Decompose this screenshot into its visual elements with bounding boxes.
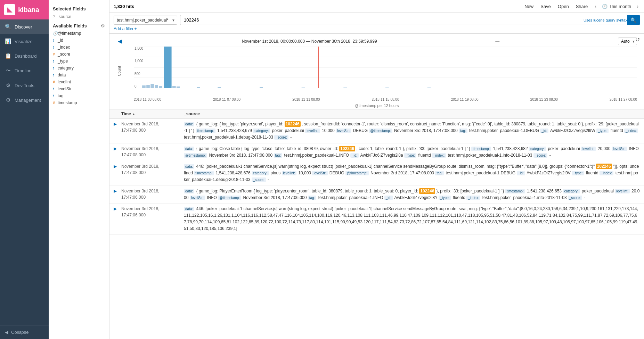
search-hint: Uses lucene query syntax [584, 18, 627, 22]
sidebar-item-devtools[interactable]: ⚙ Dev Tools [0, 78, 49, 93]
row-expand-button[interactable]: ▶ [114, 206, 121, 211]
row-source: data: 446: [poker_paodekuai-1 channelSer… [184, 163, 640, 183]
row-time: November 3rd 2018, 17:47:08.000 [121, 163, 184, 176]
top-bar-actions: New Save Open Share ‹ 🕐 This month › [523, 3, 640, 10]
field-levelint[interactable]: # levelInt [49, 78, 109, 85]
data-field-name: data [58, 73, 66, 77]
row-expand-button[interactable]: ▶ [114, 189, 121, 193]
sidebar-item-dashboard-label: Dashboard [15, 53, 37, 59]
timestamp-num-type-icon: # [53, 101, 56, 105]
field-category[interactable]: t category [49, 65, 109, 72]
source-col-header: _source [184, 111, 640, 116]
available-fields-title: Available Fields [53, 23, 87, 28]
share-button[interactable]: Share [574, 3, 589, 10]
add-filter-row: Add a filter + [114, 25, 640, 33]
chart-nav-left[interactable]: ◀ [116, 37, 123, 45]
field-tag[interactable]: t tag [49, 92, 109, 99]
table-row: ▶ November 3rd 2018, 17:47:08.000 data: … [109, 119, 644, 143]
field-timestamp-num[interactable]: # timestamp [49, 99, 109, 106]
logo[interactable]: kibana [0, 0, 49, 19]
index-selector[interactable]: test.hnmj.poker_paodekuai* [114, 16, 177, 25]
hits-count-inline: 1,830 hits [114, 4, 134, 9]
date-range-label: November 1st 2018, 00:00:00.000 — Novemb… [242, 39, 377, 44]
sidebar-item-timelion[interactable]: 〜 Timelion [0, 63, 49, 78]
time-col-header[interactable]: Time ▲ [121, 111, 184, 116]
svg-rect-19 [427, 88, 431, 88]
tag-field-name: tag [58, 93, 64, 98]
interval-selector[interactable]: Auto [618, 38, 637, 45]
row-time: November 3rd 2018, 17:47:08.000 [121, 146, 184, 158]
svg-rect-17 [343, 88, 347, 88]
id-field-name: _id [58, 38, 63, 43]
id-type-icon: t [53, 39, 56, 42]
field-timestamp[interactable]: 🕐 @timestamp [49, 30, 109, 37]
new-button[interactable]: New [523, 3, 535, 10]
timestamp-num-field-name: timestamp [58, 100, 77, 105]
row-expand-button[interactable]: ▶ [114, 164, 121, 169]
source-field[interactable]: ? _source [49, 13, 109, 20]
sidebar-item-management[interactable]: ⚙ Management [0, 93, 49, 107]
dashboard-icon: 📋 [5, 53, 11, 59]
data-type-icon: t [53, 73, 56, 77]
levelstr-type-icon: t [53, 87, 56, 91]
row-expand-button[interactable]: ▶ [114, 122, 121, 126]
collapse-button[interactable]: ◀ Collapse [0, 325, 49, 339]
field-score[interactable]: # _score [49, 51, 109, 58]
time-nav-right[interactable]: › [635, 3, 640, 10]
svg-rect-14 [218, 87, 221, 88]
type-field-name: _type [58, 59, 68, 64]
timestamp-field-name: @timestamp [58, 31, 81, 36]
chart-refresh-icon[interactable]: ↺ [635, 36, 640, 43]
field-id[interactable]: t _id [49, 37, 109, 44]
tag-type-icon: t [53, 94, 56, 98]
field-data[interactable]: t data [49, 72, 109, 78]
add-filter-button[interactable]: Add a filter + [114, 26, 137, 31]
row-time: November 3rd 2018, 17:47:06.000 [121, 206, 184, 218]
row-source: data: { game_log: PlayerEnterRoom { log_… [184, 188, 640, 201]
add-filter-plus-icon: + [134, 26, 137, 31]
main-content: 1,830 hits New Save Open Share ‹ 🕐 This … [109, 0, 644, 339]
row-expand-button[interactable]: ▶ [114, 146, 121, 151]
row-time: November 3rd 2018, 17:47:06.000 [121, 188, 184, 200]
sidebar-item-timelion-label: Timelion [15, 68, 32, 73]
field-levelstr[interactable]: t levelStr [49, 85, 109, 92]
open-button[interactable]: Open [556, 3, 570, 10]
category-type-icon: t [53, 66, 56, 70]
search-button[interactable]: 🔍 [627, 15, 640, 25]
chart-visualization: 1,500 1,000 500 0 Count [127, 47, 637, 95]
field-type-field[interactable]: t _type [49, 58, 109, 65]
sidebar-item-management-label: Management [15, 98, 41, 103]
save-button[interactable]: Save [539, 3, 552, 10]
source-field-type: ? [53, 15, 55, 19]
search-input[interactable] [180, 15, 640, 25]
x-label-6: 2018-11-27 08:00 [610, 98, 637, 101]
levelint-type-icon: # [53, 80, 56, 84]
svg-rect-11 [172, 86, 176, 88]
add-filter-label: Add a filter [114, 26, 133, 31]
discover-icon: 🔍 [5, 24, 11, 30]
available-fields-header: Available Fields ⚙ [49, 20, 109, 30]
svg-rect-16 [302, 88, 305, 88]
devtools-icon: ⚙ [5, 82, 11, 89]
chart-header: ◀ November 1st 2018, 00:00:00.000 — Nove… [116, 37, 637, 45]
svg-rect-6 [142, 85, 146, 88]
index-type-icon: t [53, 46, 56, 49]
search-row: test.hnmj.poker_paodekuai* Uses lucene q… [114, 15, 640, 25]
fields-panel: Selected Fields ? _source Available Fiel… [49, 0, 109, 339]
sidebar-item-discover[interactable]: 🔍 Discover [0, 19, 49, 34]
sidebar-item-discover-label: Discover [15, 24, 32, 30]
table-row: ▶ November 3rd 2018, 17:47:06.000 data: … [109, 204, 644, 235]
field-index[interactable]: t _index [49, 44, 109, 51]
top-bar: 1,830 hits New Save Open Share ‹ 🕐 This … [109, 0, 644, 13]
sidebar-item-visualize[interactable]: 📊 Visualize [0, 34, 49, 49]
sidebar: kibana 🔍 Discover 📊 Visualize 📋 Dashboar… [0, 0, 49, 339]
time-picker[interactable]: 🕐 This month [602, 4, 631, 9]
kibana-logo-icon [4, 4, 15, 15]
svg-rect-13 [197, 87, 200, 88]
fields-settings-icon[interactable]: ⚙ [101, 23, 105, 28]
sidebar-item-dashboard[interactable]: 📋 Dashboard [0, 49, 49, 63]
score-type-icon: # [53, 52, 56, 56]
svg-rect-12 [177, 86, 180, 88]
time-nav-left[interactable]: ‹ [593, 3, 598, 10]
svg-rect-5 [164, 47, 172, 88]
